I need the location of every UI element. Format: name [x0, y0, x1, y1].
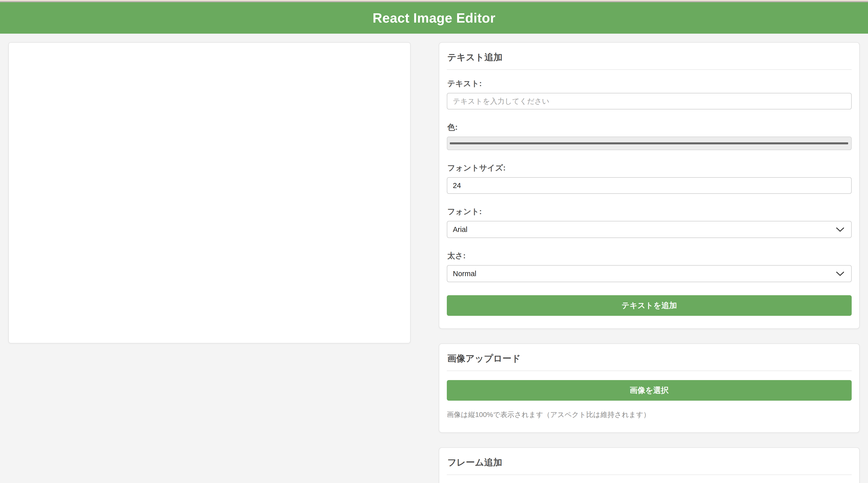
text-input[interactable]	[447, 93, 852, 109]
chevron-down-icon	[836, 271, 845, 277]
app-header: React Image Editor	[0, 2, 868, 34]
image-editor-canvas[interactable]	[8, 42, 411, 344]
font-size-label: フォントサイズ:	[447, 163, 852, 173]
font-select-value: Arial	[453, 225, 467, 234]
divider	[447, 69, 852, 70]
color-swatch-line	[450, 142, 848, 144]
weight-select-value: Normal	[453, 269, 476, 278]
weight-select[interactable]: Normal	[447, 265, 852, 282]
add-text-panel-title: テキスト追加	[447, 52, 852, 63]
color-label: 色:	[447, 123, 852, 132]
add-frame-panel-title: フレーム追加	[447, 457, 852, 468]
add-frame-panel: フレーム追加 色:	[439, 447, 860, 483]
weight-label: 太さ:	[447, 251, 852, 261]
font-size-field-group: フォントサイズ:	[447, 163, 852, 194]
font-select[interactable]: Arial	[447, 221, 852, 238]
font-field-group: フォント: Arial	[447, 207, 852, 238]
font-size-input[interactable]	[447, 177, 852, 194]
divider	[447, 371, 852, 371]
main-content: テキスト追加 テキスト: 色: フォントサイズ: フォント: Arial	[0, 34, 868, 483]
controls-column: テキスト追加 テキスト: 色: フォントサイズ: フォント: Arial	[439, 42, 860, 483]
font-label: フォント:	[447, 207, 852, 216]
add-text-panel: テキスト追加 テキスト: 色: フォントサイズ: フォント: Arial	[439, 42, 860, 329]
image-upload-note: 画像は縦100%で表示されます（アスペクト比は維持されます）	[447, 410, 852, 420]
weight-field-group: 太さ: Normal	[447, 251, 852, 282]
chevron-down-icon	[836, 227, 845, 232]
image-upload-panel-title: 画像アップロード	[447, 353, 852, 364]
select-image-button[interactable]: 画像を選択	[447, 380, 852, 401]
color-input[interactable]	[447, 136, 852, 150]
text-label: テキスト:	[447, 79, 852, 88]
divider	[447, 475, 852, 475]
color-field-group: 色:	[447, 123, 852, 150]
app-title: React Image Editor	[372, 10, 495, 26]
text-field-group: テキスト:	[447, 79, 852, 109]
image-upload-panel: 画像アップロード 画像を選択 画像は縦100%で表示されます（アスペクト比は維持…	[439, 344, 860, 433]
add-text-button[interactable]: テキストを追加	[447, 295, 852, 316]
